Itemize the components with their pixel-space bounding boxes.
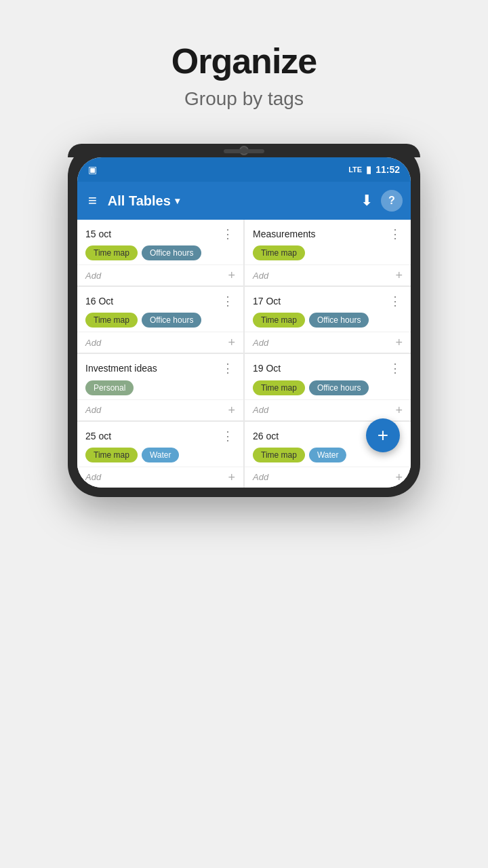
table-row: 25 oct ⋮ Time map Water Add + bbox=[77, 422, 243, 488]
table-row: 15 oct ⋮ Time map Office hours Add + bbox=[77, 220, 243, 285]
add-button[interactable]: + bbox=[228, 269, 235, 281]
status-bar: ▣ LTE ▮ 11:52 bbox=[77, 157, 411, 182]
tag-timemap[interactable]: Time map bbox=[85, 313, 138, 328]
fab-add-button[interactable]: + bbox=[366, 418, 400, 452]
tag-officehours[interactable]: Office hours bbox=[309, 380, 369, 395]
add-button[interactable]: + bbox=[395, 336, 403, 349]
cell-header: 19 Oct ⋮ bbox=[253, 362, 403, 374]
cell-title: Measurements bbox=[253, 228, 316, 240]
add-button[interactable]: + bbox=[228, 471, 235, 484]
dropdown-arrow-icon[interactable]: ▾ bbox=[175, 195, 180, 206]
cell-menu-icon[interactable]: ⋮ bbox=[388, 228, 403, 240]
cell-footer: Add + bbox=[245, 399, 411, 420]
add-label: Add bbox=[85, 405, 101, 415]
status-battery-icon: ▮ bbox=[366, 164, 371, 175]
add-button[interactable]: + bbox=[395, 269, 403, 281]
cell-content: 19 Oct ⋮ Time map Office hours bbox=[245, 354, 411, 399]
table-row: Investment ideas ⋮ Personal Add + bbox=[77, 354, 243, 420]
cell-header: 16 Oct ⋮ bbox=[85, 295, 235, 307]
status-time: 11:52 bbox=[375, 164, 400, 175]
cell-content: Measurements ⋮ Time map bbox=[245, 220, 411, 264]
add-label: Add bbox=[253, 405, 268, 415]
help-button[interactable]: ? bbox=[381, 190, 403, 212]
phone-screen: ▣ LTE ▮ 11:52 ≡ All Tables ▾ ⬇ ? bbox=[77, 157, 411, 488]
page-title: Organize bbox=[171, 41, 317, 81]
tag-officehours[interactable]: Office hours bbox=[309, 313, 369, 328]
tag-water[interactable]: Water bbox=[309, 448, 347, 462]
tag-officehours[interactable]: Office hours bbox=[142, 313, 201, 328]
status-lte: LTE bbox=[348, 165, 362, 174]
phone-top-bar bbox=[68, 144, 420, 157]
page-subtitle: Group by tags bbox=[184, 88, 304, 110]
cell-title: 26 oct bbox=[253, 430, 279, 442]
cell-header: 17 Oct ⋮ bbox=[253, 295, 403, 307]
cell-menu-icon[interactable]: ⋮ bbox=[220, 228, 235, 240]
tag-timemap[interactable]: Time map bbox=[253, 448, 305, 462]
table-row: Measurements ⋮ Time map Add + bbox=[245, 220, 411, 285]
cell-menu-icon[interactable]: ⋮ bbox=[388, 362, 403, 374]
grid-container: 15 oct ⋮ Time map Office hours Add + bbox=[77, 220, 411, 488]
cell-content: 17 Oct ⋮ Time map Office hours bbox=[245, 287, 411, 332]
tags-container: Time map Office hours bbox=[85, 245, 235, 260]
tags-container: Time map Office hours bbox=[253, 313, 403, 328]
cell-footer: Add + bbox=[245, 332, 411, 353]
cell-menu-icon[interactable]: ⋮ bbox=[220, 295, 235, 307]
tag-timemap[interactable]: Time map bbox=[253, 380, 305, 395]
cell-content: 16 Oct ⋮ Time map Office hours bbox=[77, 287, 243, 332]
sort-button[interactable]: ⬇ bbox=[361, 192, 373, 210]
cell-header: 25 oct ⋮ bbox=[85, 430, 235, 442]
phone-shell: ▣ LTE ▮ 11:52 ≡ All Tables ▾ ⬇ ? bbox=[68, 144, 420, 497]
tags-container: Time map Office hours bbox=[85, 313, 235, 328]
cell-header: 15 oct ⋮ bbox=[85, 228, 235, 240]
cell-content: 25 oct ⋮ Time map Water bbox=[77, 422, 243, 467]
cell-footer: Add + bbox=[245, 264, 411, 285]
app-toolbar: ≡ All Tables ▾ ⬇ ? bbox=[77, 182, 411, 220]
toolbar-title-text: All Tables bbox=[108, 193, 171, 209]
cell-content: Investment ideas ⋮ Personal bbox=[77, 354, 243, 399]
table-row: 16 Oct ⋮ Time map Office hours Add + bbox=[77, 287, 243, 353]
tags-container: Time map Office hours bbox=[253, 380, 403, 395]
add-button[interactable]: + bbox=[395, 471, 403, 484]
add-label: Add bbox=[253, 338, 268, 348]
cell-title: 19 Oct bbox=[253, 362, 281, 374]
cell-title: 17 Oct bbox=[253, 295, 281, 307]
cell-title: 16 Oct bbox=[85, 295, 113, 307]
add-button[interactable]: + bbox=[228, 336, 235, 349]
tag-timemap[interactable]: Time map bbox=[85, 448, 138, 462]
cell-menu-icon[interactable]: ⋮ bbox=[220, 362, 235, 374]
tags-container: Time map Water bbox=[85, 448, 235, 462]
toolbar-icons: ⬇ ? bbox=[361, 190, 403, 212]
cell-header: Investment ideas ⋮ bbox=[85, 362, 235, 374]
cell-content: 15 oct ⋮ Time map Office hours bbox=[77, 220, 243, 264]
table-row: 17 Oct ⋮ Time map Office hours Add + bbox=[245, 287, 411, 353]
cell-footer: Add + bbox=[245, 467, 411, 488]
cell-footer: Add + bbox=[77, 467, 243, 488]
add-label: Add bbox=[85, 338, 101, 348]
cell-footer: Add + bbox=[77, 264, 243, 285]
toolbar-title: All Tables ▾ bbox=[108, 193, 352, 209]
tag-personal[interactable]: Personal bbox=[85, 380, 134, 395]
menu-icon[interactable]: ≡ bbox=[85, 189, 100, 212]
cell-footer: Add + bbox=[77, 399, 243, 420]
status-right: LTE ▮ 11:52 bbox=[348, 164, 400, 175]
add-label: Add bbox=[85, 271, 101, 281]
cell-title: 25 oct bbox=[85, 430, 111, 442]
tag-timemap[interactable]: Time map bbox=[253, 313, 305, 328]
cell-menu-icon[interactable]: ⋮ bbox=[220, 430, 235, 442]
speaker bbox=[224, 149, 264, 153]
cell-header: Measurements ⋮ bbox=[253, 228, 403, 240]
add-label: Add bbox=[85, 472, 101, 482]
tag-timemap[interactable]: Time map bbox=[253, 245, 305, 260]
cell-title: 15 oct bbox=[85, 228, 111, 240]
table-row: 19 Oct ⋮ Time map Office hours Add + bbox=[245, 354, 411, 420]
add-button[interactable]: + bbox=[395, 404, 403, 416]
cell-title: Investment ideas bbox=[85, 362, 157, 374]
cell-menu-icon[interactable]: ⋮ bbox=[388, 295, 403, 307]
add-label: Add bbox=[253, 271, 268, 281]
status-sim-icon: ▣ bbox=[88, 164, 97, 175]
add-button[interactable]: + bbox=[228, 404, 235, 416]
tag-timemap[interactable]: Time map bbox=[85, 245, 138, 260]
tag-officehours[interactable]: Office hours bbox=[142, 245, 201, 260]
tag-water[interactable]: Water bbox=[142, 448, 180, 462]
tags-container: Time map bbox=[253, 245, 403, 260]
